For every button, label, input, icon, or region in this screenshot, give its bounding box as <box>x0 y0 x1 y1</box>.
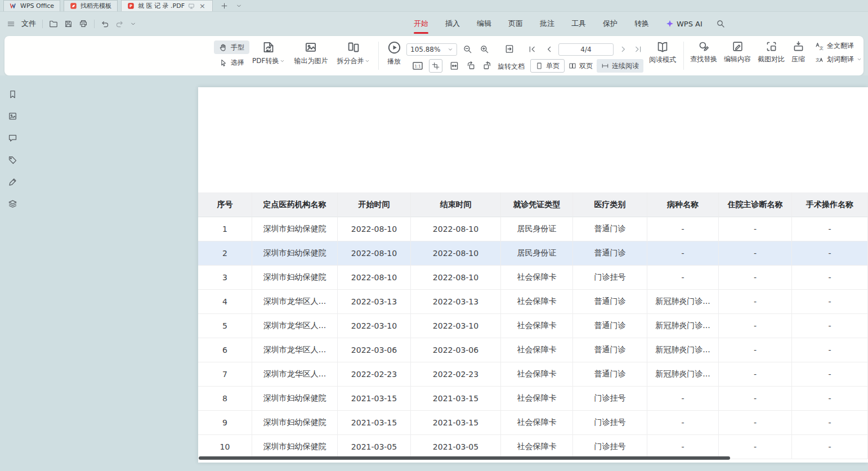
single-page-button[interactable]: 单页 <box>530 59 565 73</box>
rotate-left-icon[interactable] <box>466 61 476 70</box>
table-cell: 2022-03-13 <box>338 290 411 314</box>
continuous-reading-button[interactable]: 连续阅读 <box>597 59 643 73</box>
hand-tool-label: 手型 <box>231 43 244 52</box>
pen-icon[interactable] <box>8 177 17 187</box>
zoom-level-select[interactable]: 105.88% <box>406 43 457 56</box>
menu-tab-1[interactable]: 开始 <box>414 12 428 35</box>
export-image-button[interactable]: 输出为图片 <box>294 41 328 66</box>
wps-logo-icon <box>10 2 17 10</box>
fit-page-icon[interactable] <box>504 44 514 54</box>
left-icon-bar <box>0 75 25 471</box>
rotate-right-icon[interactable] <box>482 61 492 70</box>
rotate-document-button[interactable]: 旋转文档 <box>498 62 525 71</box>
word-translate-button[interactable]: 文 划词翻译 <box>815 55 862 64</box>
main-menu-icon[interactable] <box>7 20 15 28</box>
continuous-label: 连续阅读 <box>612 61 639 71</box>
menu-tab-9[interactable]: WPS AI <box>666 12 703 35</box>
menu-tab-5[interactable]: 批注 <box>540 12 554 35</box>
menu-tab-8[interactable]: 转换 <box>634 12 649 35</box>
file-menu[interactable]: 文件 <box>21 19 36 29</box>
menu-tab-3[interactable]: 编辑 <box>477 12 491 35</box>
window-tab-docer[interactable]: 找稻壳模板 <box>64 0 118 11</box>
table-horizontal-scrollbar[interactable] <box>199 456 730 460</box>
save-icon[interactable] <box>64 20 73 28</box>
table-row[interactable]: 5深圳市龙华区人...2022-03-102022-03-10社会保障卡普通门诊… <box>198 314 868 338</box>
print-icon[interactable] <box>79 19 88 28</box>
monitor-icon[interactable] <box>188 3 195 10</box>
column-header: 开始时间 <box>338 192 411 217</box>
undo-icon[interactable] <box>101 20 109 28</box>
tab-close-button[interactable]: × <box>198 2 207 10</box>
read-mode-button[interactable]: 阅读模式 <box>647 41 678 65</box>
first-page-icon[interactable] <box>528 45 536 53</box>
split-merge-button[interactable]: 拆分合并 <box>337 41 370 66</box>
table-cell: 社会保障卡 <box>501 290 573 314</box>
comment-icon[interactable] <box>8 133 17 143</box>
table-row[interactable]: 10深圳市妇幼保健院2021-03-052021-03-05社会保障卡门诊挂号-… <box>198 435 868 459</box>
zoom-out-icon[interactable] <box>463 44 472 54</box>
edit-content-icon <box>732 41 744 52</box>
search-icon[interactable] <box>716 19 725 28</box>
new-tab-button[interactable] <box>221 2 228 10</box>
actual-size-icon[interactable]: 1:1 <box>412 60 423 71</box>
table-row[interactable]: 3深圳市妇幼保健院2022-08-102022-08-10社会保障卡门诊挂号--… <box>198 266 868 290</box>
menu-tab-6[interactable]: 工具 <box>571 12 586 35</box>
hand-tool-button[interactable]: 手型 <box>214 41 249 54</box>
find-replace-button[interactable]: 查找替换 <box>690 41 717 64</box>
page-indicator: 4/4 <box>580 46 591 53</box>
quickbar-more-icon[interactable] <box>130 21 136 27</box>
last-page-icon[interactable] <box>634 45 642 53</box>
pdf-convert-button[interactable]: PDF转换 <box>252 41 285 66</box>
table-header-row: 序号定点医药机构名称开始时间结束时间就诊凭证类型医疗类别病种名称住院主诊断名称手… <box>198 192 868 217</box>
table-row[interactable]: 6深圳市龙华区人...2022-03-062022-03-06社会保障卡普通门诊… <box>198 338 868 362</box>
table-row[interactable]: 9深圳市妇幼保健院2021-03-152021-03-15社会保障卡门诊挂号--… <box>198 411 868 435</box>
bookmark-icon[interactable] <box>8 89 17 99</box>
window-tab-wps-office[interactable]: WPS Office <box>3 0 60 11</box>
table-cell: 门诊挂号 <box>573 387 647 411</box>
select-tool-button[interactable]: 选择 <box>214 56 249 69</box>
split-merge-icon <box>347 41 360 54</box>
zoom-in-icon[interactable] <box>480 44 489 54</box>
previous-page-icon[interactable] <box>545 45 553 53</box>
image-icon[interactable] <box>8 111 17 121</box>
column-header: 结束时间 <box>411 192 501 217</box>
play-button[interactable]: 播放 <box>382 41 406 66</box>
wps-ai-icon <box>666 20 674 28</box>
fit-window-button[interactable] <box>429 59 442 73</box>
window-tab-document[interactable]: P就 医 记 录 .PDF× <box>121 0 213 11</box>
table-row[interactable]: 2深圳市妇幼保健院2022-08-102022-08-10居民身份证普通门诊--… <box>198 241 868 266</box>
layers-icon[interactable] <box>8 199 17 209</box>
table-cell: 2022-08-10 <box>338 241 411 266</box>
edit-content-button[interactable]: 编辑内容 <box>724 41 751 64</box>
continuous-icon <box>601 62 609 70</box>
page-number-input[interactable]: 4/4 <box>558 43 614 56</box>
fit-width-icon[interactable] <box>449 61 459 71</box>
table-cell: 门诊挂号 <box>573 435 647 459</box>
open-file-icon[interactable] <box>49 19 58 28</box>
menu-tab-7[interactable]: 保护 <box>603 12 618 35</box>
next-page-icon[interactable] <box>619 45 628 53</box>
table-cell: - <box>647 217 719 241</box>
full-translate-button[interactable]: 文 全文翻译 <box>815 41 854 51</box>
table-cell: 2021-03-05 <box>338 435 411 459</box>
redo-icon[interactable] <box>115 20 124 28</box>
pdf-page: 序号定点医药机构名称开始时间结束时间就诊凭证类型医疗类别病种名称住院主诊断名称手… <box>198 87 868 463</box>
menu-tab-2[interactable]: 插入 <box>445 12 460 35</box>
pointer-tools-group: 手型 选择 <box>214 41 249 69</box>
table-cell: 7 <box>198 362 252 387</box>
column-header: 定点医药机构名称 <box>252 192 338 217</box>
menu-tab-4[interactable]: 页面 <box>508 12 523 35</box>
compress-button[interactable]: 压缩 <box>791 41 805 64</box>
table-row[interactable]: 8深圳市妇幼保健院2021-03-152021-03-15社会保障卡门诊挂号--… <box>198 387 868 411</box>
tab-list-dropdown-icon[interactable] <box>236 3 242 9</box>
table-cell: 社会保障卡 <box>501 435 573 459</box>
book-icon <box>656 41 669 53</box>
table-row[interactable]: 1深圳市妇幼保健院2022-08-102022-08-10居民身份证普通门诊--… <box>198 217 868 241</box>
button-label: 输出为图片 <box>294 56 328 66</box>
screenshot-button[interactable]: 截图对比 <box>758 41 785 64</box>
table-cell: - <box>647 266 719 290</box>
tag-icon[interactable] <box>8 155 17 165</box>
table-row[interactable]: 4深圳市龙华区人...2022-03-132022-03-13社会保障卡普通门诊… <box>198 290 868 314</box>
table-row[interactable]: 7深圳市龙华区人...2022-02-232022-02-23社会保障卡普通门诊… <box>198 362 868 387</box>
table-cell: - <box>719 241 792 266</box>
